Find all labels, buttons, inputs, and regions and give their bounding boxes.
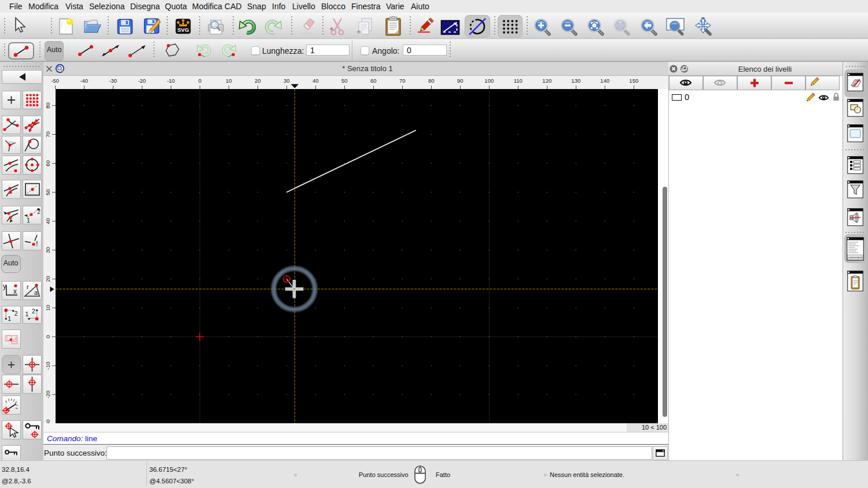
svg-text:-50: -50 <box>51 77 59 84</box>
svg-text:!: ! <box>36 239 38 247</box>
svg-text:70: 70 <box>399 77 406 84</box>
svg-text:20: 20 <box>45 276 51 282</box>
svg-text:command: command <box>848 256 862 259</box>
svg-text:-20: -20 <box>138 77 146 84</box>
svg-text:y: y <box>3 282 6 290</box>
svg-text:0: 0 <box>45 335 51 338</box>
svg-text:10: 10 <box>45 305 51 311</box>
svg-text:150: 150 <box>629 77 638 84</box>
svg-text:30: 30 <box>45 247 51 253</box>
svg-text:-10: -10 <box>167 77 175 84</box>
svg-text:1: 1 <box>25 310 28 317</box>
svg-text:2: 2 <box>37 208 41 215</box>
svg-text:120: 120 <box>542 77 551 84</box>
svg-text:1: 1 <box>27 217 30 224</box>
svg-text:-30: -30 <box>109 77 117 84</box>
svg-text:80: 80 <box>45 102 51 109</box>
svg-text:40: 40 <box>45 218 51 224</box>
svg-text:70: 70 <box>45 131 51 138</box>
svg-text:130: 130 <box>571 77 580 84</box>
svg-text:-20: -20 <box>45 391 51 399</box>
svg-text:140: 140 <box>600 77 609 84</box>
svg-text:2: 2 <box>32 307 35 314</box>
svg-text:10: 10 <box>226 77 232 84</box>
svg-text:r: r <box>27 283 29 290</box>
svg-text:80: 80 <box>428 77 435 84</box>
svg-text:1: 1 <box>8 315 11 322</box>
svg-text:50: 50 <box>45 189 51 195</box>
svg-text:60: 60 <box>370 77 377 84</box>
svg-text:a: a <box>34 289 38 296</box>
svg-text:110: 110 <box>514 77 523 84</box>
svg-text:60: 60 <box>45 160 51 167</box>
svg-text:40: 40 <box>312 77 319 84</box>
svg-text:20: 20 <box>255 77 261 84</box>
svg-text:0: 0 <box>198 77 201 84</box>
svg-text:50: 50 <box>341 77 348 84</box>
svg-text:90: 90 <box>457 77 464 84</box>
svg-text:100: 100 <box>484 77 494 84</box>
svg-text:x: x <box>13 287 17 295</box>
svg-text:2: 2 <box>14 310 17 317</box>
svg-text:-10: -10 <box>45 362 51 370</box>
svg-text:-40: -40 <box>80 77 88 84</box>
svg-text:SVG: SVG <box>177 27 189 33</box>
svg-text:30: 30 <box>284 77 290 84</box>
